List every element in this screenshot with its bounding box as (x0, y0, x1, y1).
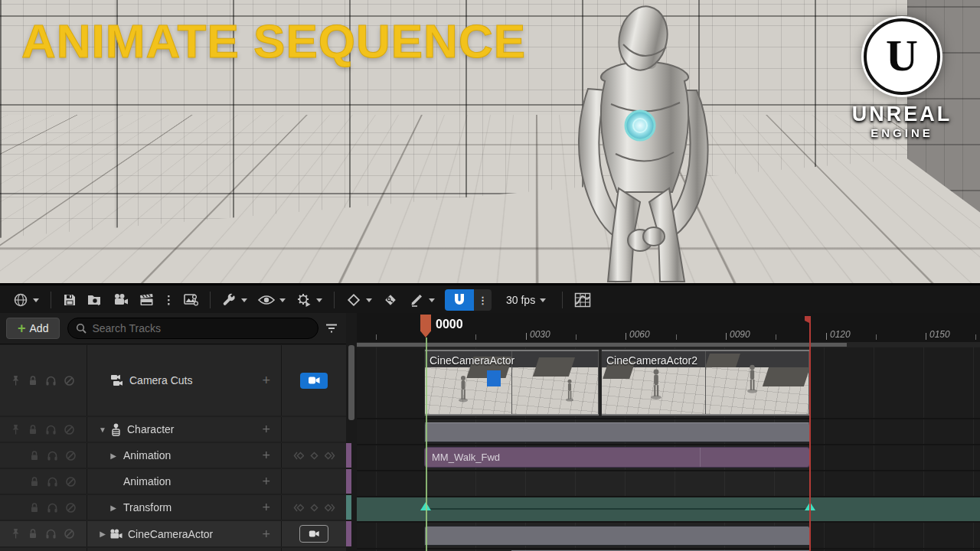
add-section-button[interactable]: + (262, 422, 270, 436)
render-movie-button[interactable] (134, 289, 160, 311)
view-options-button[interactable] (253, 289, 291, 311)
lock-icon[interactable] (29, 502, 40, 514)
add-key-icon[interactable] (309, 503, 319, 513)
add-section-button[interactable]: + (262, 474, 270, 488)
headphones-icon[interactable] (47, 476, 58, 487)
camera-lock-button[interactable] (300, 373, 328, 389)
tint-transform (346, 495, 351, 520)
next-key-icon[interactable] (325, 451, 335, 461)
camera-lock-button[interactable] (299, 525, 328, 543)
find-in-sequence-button[interactable] (82, 289, 108, 311)
row-label-area[interactable]: ▼ Character + (87, 417, 282, 442)
add-section-button[interactable]: + (262, 527, 270, 541)
add-track-button[interactable]: + Add (6, 318, 60, 339)
ruler-minor-tick (676, 334, 677, 340)
sequencer-body: + Add Search Tracks (0, 313, 980, 551)
add-key-icon[interactable] (309, 451, 319, 461)
next-key-icon[interactable] (325, 503, 335, 513)
lock-icon[interactable] (28, 424, 38, 435)
create-camera-button[interactable] (108, 289, 134, 311)
prev-key-icon[interactable] (293, 451, 304, 461)
lane-camera-cuts[interactable]: CineCameraActor CineCameraAc (357, 347, 980, 419)
row-label-area[interactable]: ▶ CineCameraActor + (87, 521, 282, 546)
character-section-bar[interactable] (424, 422, 810, 442)
track-row-animation-2[interactable]: Animation + (0, 469, 346, 494)
snap-magnet-button[interactable] (445, 289, 474, 311)
headphones-icon[interactable] (47, 450, 58, 461)
row-label-area[interactable]: Animation + (87, 469, 282, 494)
fps-dropdown-button[interactable]: 30 fps (501, 289, 551, 311)
playback-end-marker[interactable] (809, 319, 811, 551)
headphones-icon[interactable] (47, 502, 58, 514)
keyframe-options-button[interactable] (341, 289, 377, 311)
track-row-partial (0, 548, 346, 551)
chevron-down-icon (366, 298, 372, 302)
snap-options-button[interactable]: ⋮ (474, 289, 492, 311)
playback-options-button[interactable] (291, 289, 328, 311)
add-section-button[interactable]: + (262, 500, 270, 514)
track-row-camera-cuts[interactable]: Camera Cuts + (0, 345, 346, 416)
auto-key-button[interactable] (377, 289, 403, 311)
pin-icon[interactable] (11, 375, 21, 386)
render-queue-button[interactable] (178, 289, 204, 311)
scrollbar-thumb[interactable] (357, 343, 847, 347)
timeline-scrollbar[interactable] (357, 342, 980, 347)
lane-character[interactable] (357, 419, 980, 445)
curve-editor-button[interactable] (569, 289, 596, 311)
expand-arrow-icon[interactable]: ▶ (98, 530, 107, 538)
prev-key-icon[interactable] (293, 503, 304, 513)
animation-section[interactable]: MM_Walk_Fwd (424, 447, 810, 468)
add-section-button[interactable]: + (262, 373, 270, 387)
marked-frames-button[interactable] (403, 289, 440, 311)
lock-icon[interactable] (28, 375, 38, 386)
camera-cut-section-2[interactable]: CineCameraActor2 (601, 349, 810, 416)
headphones-icon[interactable] (45, 375, 57, 386)
add-section-button[interactable]: + (262, 448, 270, 462)
mute-icon[interactable] (65, 502, 77, 514)
mute-icon[interactable] (65, 450, 77, 461)
lane-transform[interactable] (357, 497, 980, 523)
timeline-area[interactable]: CineCameraActor CineCameraAc (357, 313, 980, 551)
lane-cinecameraactor[interactable] (357, 524, 980, 549)
track-row-character[interactable]: ▼ Character + (0, 417, 346, 442)
row-state-icons (0, 469, 87, 494)
row-label-area[interactable]: Camera Cuts + (87, 345, 282, 416)
camera-cut-section-1[interactable]: CineCameraActor (424, 349, 599, 416)
row-buttons (282, 521, 346, 546)
tools-dropdown-button[interactable] (217, 289, 253, 311)
mute-icon[interactable] (65, 476, 77, 487)
wrench-icon (222, 293, 237, 308)
mannequin-character (557, 5, 749, 283)
lock-icon[interactable] (29, 450, 40, 461)
lock-icon[interactable] (28, 528, 38, 540)
mute-icon[interactable] (64, 375, 75, 386)
cinecamera-section-bar[interactable] (424, 526, 810, 546)
save-button[interactable] (57, 289, 82, 311)
sequencer-panel: ⋮ (0, 283, 980, 551)
track-row-transform[interactable]: ▶ Transform + (0, 495, 346, 520)
pin-icon[interactable] (11, 528, 21, 540)
track-row-cinecameraactor[interactable]: ▶ CineCameraActor + (0, 521, 346, 546)
more-options-button[interactable]: ⋮ (160, 293, 178, 307)
lane-animation-2[interactable] (357, 471, 980, 497)
skeleton-icon (110, 423, 122, 436)
row-label-area[interactable]: ▶ Transform + (87, 495, 282, 520)
expand-arrow-icon[interactable]: ▼ (98, 425, 107, 434)
scrollbar-thumb[interactable] (348, 345, 354, 420)
headphones-icon[interactable] (45, 528, 57, 540)
expand-arrow-icon[interactable]: ▶ (109, 504, 118, 512)
lane-animation-1[interactable]: MM_Walk_Fwd (357, 445, 980, 471)
mute-icon[interactable] (64, 528, 75, 540)
ruler-minor-tick (876, 334, 877, 340)
mute-icon[interactable] (64, 424, 75, 435)
pin-icon[interactable] (11, 424, 21, 435)
track-row-animation-1[interactable]: ▶ Animation + (0, 443, 346, 468)
expand-arrow-icon[interactable]: ▶ (109, 452, 118, 460)
headphones-icon[interactable] (45, 424, 57, 435)
row-label-area[interactable]: ▶ Animation + (87, 443, 282, 468)
search-tracks-input[interactable]: Search Tracks (67, 318, 318, 339)
filter-icon[interactable] (325, 323, 338, 334)
world-dropdown-button[interactable] (8, 289, 44, 311)
lock-icon[interactable] (29, 476, 40, 487)
viewport-3d[interactable]: ANIMATE SEQUENCE U UNREAL ENGINE (0, 0, 980, 283)
